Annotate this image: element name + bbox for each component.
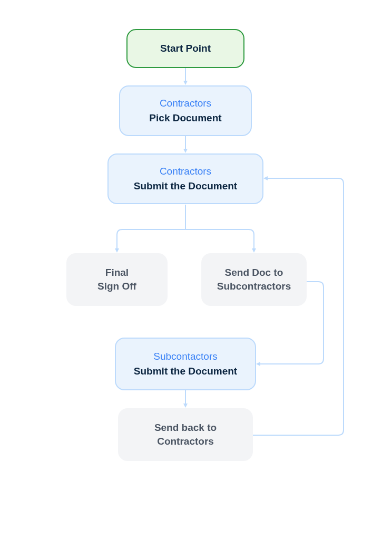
- edge-branch-left: [117, 229, 185, 251]
- action-submit-subs: Submit the Document: [134, 366, 237, 377]
- role-pick: Contractors: [160, 98, 211, 109]
- node-final-signoff: Final Sign Off: [66, 253, 168, 306]
- role-submit-contractors: Contractors: [160, 166, 211, 177]
- label-send-back: Send back to Contractors: [154, 421, 217, 448]
- node-submit-subs: Subcontactors Submit the Document: [115, 338, 256, 390]
- node-send-back: Send back to Contractors: [118, 408, 253, 461]
- edge-sendback-loop: [252, 178, 344, 435]
- node-submit-contractors: Contractors Submit the Document: [107, 153, 263, 204]
- connectors-layer: [0, 0, 392, 557]
- action-submit-contractors: Submit the Document: [134, 180, 237, 192]
- node-send-subs: Send Doc to Subcontractors: [201, 253, 307, 306]
- role-submit-subs: Subcontactors: [153, 351, 217, 362]
- label-start: Start Point: [160, 43, 211, 54]
- label-final-signoff: Final Sign Off: [97, 266, 136, 293]
- action-pick: Pick Document: [149, 112, 221, 124]
- flowchart-canvas: Start Point Contractors Pick Document Co…: [0, 0, 392, 557]
- node-start: Start Point: [126, 29, 244, 68]
- node-pick-document: Contractors Pick Document: [119, 85, 252, 136]
- edge-branch-right: [185, 229, 254, 251]
- label-send-subs: Send Doc to Subcontractors: [217, 266, 291, 293]
